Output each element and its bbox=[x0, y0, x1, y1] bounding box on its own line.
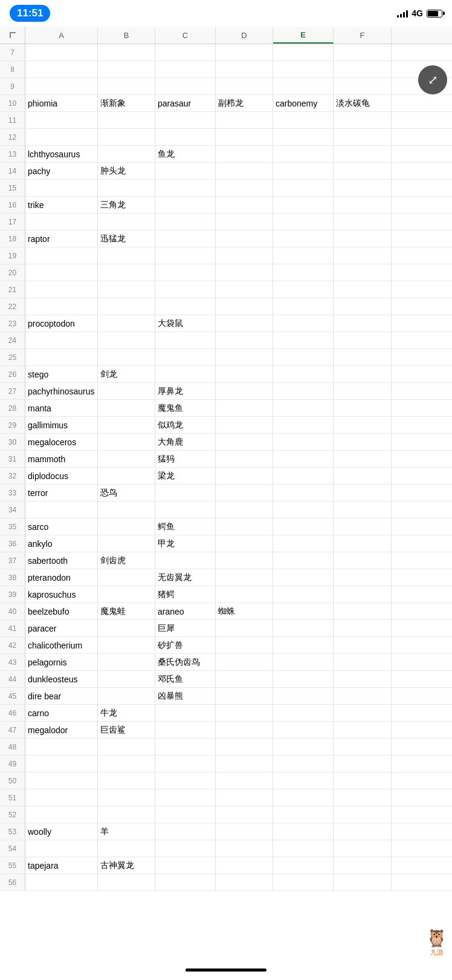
cell-e[interactable] bbox=[273, 468, 334, 484]
cell-d[interactable] bbox=[216, 739, 273, 755]
cell-b[interactable] bbox=[98, 61, 155, 77]
cell-c[interactable]: 魔鬼鱼 bbox=[155, 400, 216, 416]
cell-d[interactable] bbox=[216, 349, 273, 365]
cell-e[interactable] bbox=[273, 315, 334, 332]
cell-c[interactable] bbox=[155, 349, 216, 365]
cell-c[interactable] bbox=[155, 44, 216, 60]
table-row[interactable]: 17 bbox=[0, 214, 452, 230]
cell-a[interactable]: pachy bbox=[25, 163, 98, 179]
table-row[interactable]: 24 bbox=[0, 332, 452, 349]
cell-f[interactable] bbox=[334, 857, 392, 874]
table-row[interactable]: 53woolly羊 bbox=[0, 823, 452, 840]
cell-f[interactable] bbox=[334, 806, 392, 823]
cell-b[interactable]: 渐新象 bbox=[98, 95, 155, 111]
cell-f[interactable] bbox=[334, 773, 392, 789]
cell-c[interactable]: 砂扩兽 bbox=[155, 637, 216, 653]
cell-c[interactable] bbox=[155, 214, 216, 230]
cell-a[interactable]: trike bbox=[25, 197, 98, 213]
cell-c[interactable] bbox=[155, 61, 216, 77]
cell-f[interactable] bbox=[334, 654, 392, 670]
col-header-E[interactable]: E bbox=[273, 27, 334, 44]
cell-f[interactable] bbox=[334, 146, 392, 162]
cell-a[interactable]: pachyrhinosaurus bbox=[25, 383, 98, 399]
cell-c[interactable] bbox=[155, 230, 216, 247]
cell-b[interactable] bbox=[98, 315, 155, 332]
cell-b[interactable] bbox=[98, 586, 155, 603]
cell-f[interactable] bbox=[334, 383, 392, 399]
cell-b[interactable] bbox=[98, 671, 155, 687]
cell-f[interactable] bbox=[334, 518, 392, 535]
cell-f[interactable] bbox=[334, 840, 392, 857]
cell-d[interactable] bbox=[216, 857, 273, 874]
cell-a[interactable]: dunkleosteus bbox=[25, 671, 98, 687]
cell-c[interactable]: 厚鼻龙 bbox=[155, 383, 216, 399]
cell-b[interactable] bbox=[98, 434, 155, 450]
cell-f[interactable] bbox=[334, 61, 392, 77]
cell-c[interactable] bbox=[155, 264, 216, 281]
cell-d[interactable] bbox=[216, 214, 273, 230]
table-row[interactable]: 18raptor迅猛龙 bbox=[0, 230, 452, 247]
cell-c[interactable]: 猪鳄 bbox=[155, 586, 216, 603]
cell-c[interactable] bbox=[155, 197, 216, 213]
table-row[interactable]: 8 bbox=[0, 61, 452, 78]
cell-f[interactable] bbox=[334, 823, 392, 840]
cell-a[interactable] bbox=[25, 773, 98, 789]
table-row[interactable]: 19 bbox=[0, 247, 452, 264]
cell-e[interactable] bbox=[273, 823, 334, 840]
cell-d[interactable] bbox=[216, 773, 273, 789]
cell-b[interactable]: 恐鸟 bbox=[98, 485, 155, 501]
cell-b[interactable] bbox=[98, 78, 155, 94]
cell-a[interactable]: tapejara bbox=[25, 857, 98, 874]
cell-d[interactable] bbox=[216, 620, 273, 636]
cell-c[interactable] bbox=[155, 722, 216, 738]
cell-f[interactable] bbox=[334, 349, 392, 365]
table-row[interactable]: 51 bbox=[0, 789, 452, 806]
cell-c[interactable]: 鱼龙 bbox=[155, 146, 216, 162]
cell-b[interactable] bbox=[98, 806, 155, 823]
cell-c[interactable] bbox=[155, 705, 216, 721]
cell-c[interactable]: 鳄鱼 bbox=[155, 518, 216, 535]
table-row[interactable]: 28manta魔鬼鱼 bbox=[0, 400, 452, 417]
cell-e[interactable] bbox=[273, 501, 334, 518]
cell-d[interactable] bbox=[216, 722, 273, 738]
table-row[interactable]: 11 bbox=[0, 112, 452, 129]
cell-e[interactable] bbox=[273, 874, 334, 890]
cell-d[interactable] bbox=[216, 61, 273, 77]
cell-d[interactable] bbox=[216, 247, 273, 264]
cell-d[interactable] bbox=[216, 315, 273, 332]
cell-b[interactable] bbox=[98, 501, 155, 518]
cell-e[interactable] bbox=[273, 840, 334, 857]
table-row[interactable]: 49 bbox=[0, 756, 452, 773]
cell-c[interactable]: 巨犀 bbox=[155, 620, 216, 636]
cell-a[interactable] bbox=[25, 349, 98, 365]
cell-f[interactable] bbox=[334, 434, 392, 450]
cell-a[interactable]: ankylo bbox=[25, 535, 98, 552]
cell-b[interactable] bbox=[98, 688, 155, 704]
table-row[interactable]: 45dire bear凶暴熊 bbox=[0, 688, 452, 705]
cell-f[interactable] bbox=[334, 315, 392, 332]
cell-f[interactable] bbox=[334, 230, 392, 247]
cell-a[interactable]: carno bbox=[25, 705, 98, 721]
cell-d[interactable] bbox=[216, 806, 273, 823]
cell-f[interactable] bbox=[334, 180, 392, 196]
cell-c[interactable]: 凶暴熊 bbox=[155, 688, 216, 704]
cell-d[interactable] bbox=[216, 383, 273, 399]
cell-e[interactable] bbox=[273, 400, 334, 416]
cell-d[interactable] bbox=[216, 756, 273, 772]
cell-e[interactable] bbox=[273, 688, 334, 704]
cell-a[interactable]: woolly bbox=[25, 823, 98, 840]
cell-a[interactable]: phiomia bbox=[25, 95, 98, 111]
cell-a[interactable]: gallimimus bbox=[25, 417, 98, 433]
cell-a[interactable] bbox=[25, 61, 98, 77]
table-row[interactable]: 12 bbox=[0, 129, 452, 146]
cell-b[interactable] bbox=[98, 756, 155, 772]
cell-b[interactable] bbox=[98, 400, 155, 416]
cell-d[interactable] bbox=[216, 146, 273, 162]
cell-d[interactable] bbox=[216, 688, 273, 704]
cell-d[interactable] bbox=[216, 586, 273, 603]
cell-b[interactable]: 剑齿虎 bbox=[98, 552, 155, 569]
cell-b[interactable] bbox=[98, 180, 155, 196]
cell-f[interactable] bbox=[334, 501, 392, 518]
cell-a[interactable]: sabertooth bbox=[25, 552, 98, 569]
table-row[interactable]: 22 bbox=[0, 298, 452, 315]
